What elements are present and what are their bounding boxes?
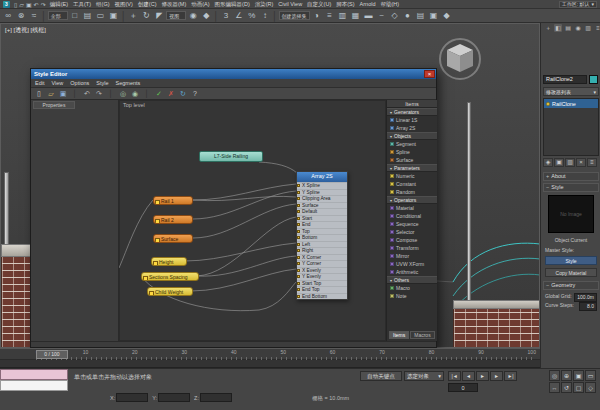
menu-item[interactable]: 编辑(E)	[50, 1, 68, 8]
orbit-icon[interactable]: ↺	[561, 382, 572, 393]
save-file-icon[interactable]: ▣	[26, 1, 32, 8]
properties-tab[interactable]: Properties	[33, 101, 75, 109]
scene-explorer-icon[interactable]: ▥	[337, 10, 349, 22]
object-color-swatch[interactable]	[589, 75, 598, 84]
lightbulb-icon[interactable]	[546, 102, 550, 106]
undo-icon[interactable]: ↶	[34, 1, 39, 8]
item-list-row[interactable]: Linear 1S	[387, 116, 437, 124]
input-socket-icon[interactable]	[297, 249, 300, 252]
input-socket-icon[interactable]	[297, 243, 300, 246]
save-style-icon[interactable]: ▣	[58, 89, 68, 99]
next-frame-icon[interactable]: ►	[490, 371, 503, 381]
make-unique-icon[interactable]: ▥	[565, 158, 575, 167]
parameter-node[interactable]: Child Weight	[147, 287, 193, 296]
parameter-value-field[interactable]: 8.0	[579, 302, 597, 311]
pin-stack-icon[interactable]: ◈	[543, 158, 553, 167]
item-list-row[interactable]: Macro	[387, 284, 437, 292]
menu-item[interactable]: Style	[96, 80, 108, 86]
show-end-result-icon[interactable]: ▣	[554, 158, 564, 167]
input-socket-icon[interactable]	[297, 204, 300, 207]
input-socket-icon[interactable]	[297, 217, 300, 220]
mirror-icon[interactable]: ◑	[311, 10, 323, 22]
create-tab-icon[interactable]: ＋	[544, 24, 552, 32]
item-list-row[interactable]: Numeric	[387, 172, 437, 180]
display-tab-icon[interactable]: ▥	[584, 24, 592, 32]
item-list-row[interactable]: Transform	[387, 244, 437, 252]
menu-item[interactable]: 视图(V)	[115, 1, 133, 8]
item-list-row[interactable]: Arithmetic	[387, 268, 437, 276]
item-list-row[interactable]: Spline	[387, 148, 437, 156]
select-scale-icon[interactable]: ◤	[153, 10, 165, 22]
menu-item[interactable]: 组(G)	[96, 1, 109, 8]
modify-tab-icon[interactable]: ◧	[554, 24, 562, 32]
ribbon-toggle-icon[interactable]: ▬	[363, 10, 375, 22]
spline-node[interactable]: Surface	[153, 234, 193, 243]
window-crossing-icon[interactable]: ▣	[108, 10, 120, 22]
style-editor-window[interactable]: Style Editor × EditViewOptionsStyleSegme…	[30, 68, 437, 348]
input-socket-icon[interactable]	[297, 275, 300, 278]
menu-item[interactable]: 脚本(S)	[336, 1, 354, 8]
style-button[interactable]: Style	[545, 256, 597, 265]
spline-node[interactable]: Rail 1	[153, 196, 193, 205]
schematic-view-icon[interactable]: ◇	[389, 10, 401, 22]
menu-item[interactable]: 帮助(H)	[381, 1, 400, 8]
copy-material-button[interactable]: Copy Material	[545, 268, 597, 277]
item-list-row[interactable]: Selector	[387, 228, 437, 236]
axis-field[interactable]: Y:	[152, 393, 190, 402]
close-icon[interactable]: ×	[424, 70, 435, 78]
rollout-style[interactable]: −Style	[543, 183, 599, 192]
input-socket-icon[interactable]	[297, 262, 300, 265]
menu-item[interactable]: 工具(T)	[73, 1, 91, 8]
named-selection-dropdown[interactable]: 创建选择集	[279, 10, 310, 22]
rollout-geometry[interactable]: −Geometry	[543, 281, 599, 290]
snaps-3d-icon[interactable]: 3	[220, 10, 232, 22]
item-list-row[interactable]: Surface	[387, 156, 437, 164]
item-list-row[interactable]: Array 2S	[387, 124, 437, 132]
selection-filter-dropdown[interactable]: 全部	[48, 10, 68, 22]
item-list-row[interactable]: Generators	[387, 108, 437, 116]
modifier-stack-entry[interactable]: RailClone	[544, 99, 598, 108]
fov-icon[interactable]: ◇	[585, 382, 596, 393]
menu-item[interactable]: 修改器(M)	[161, 1, 186, 8]
item-list-row[interactable]: Sequence	[387, 220, 437, 228]
go-to-end-icon[interactable]: ►|	[504, 371, 517, 381]
maxscript-mini-listener-macro-line[interactable]	[0, 369, 68, 380]
track-bar[interactable]	[0, 360, 540, 368]
redo-icon[interactable]: ↷	[94, 89, 104, 99]
menu-item[interactable]: Edit	[35, 80, 44, 86]
go-to-start-icon[interactable]: |◄	[448, 371, 461, 381]
item-list-row[interactable]: Compose	[387, 236, 437, 244]
item-list-row[interactable]: Note	[387, 292, 437, 300]
axis-field[interactable]: X:	[110, 393, 148, 402]
item-list-row[interactable]: Segment	[387, 140, 437, 148]
menu-item[interactable]: Arnold	[360, 1, 376, 8]
zoom-extents-icon[interactable]: ◎	[118, 89, 128, 99]
motion-tab-icon[interactable]: ◉	[574, 24, 582, 32]
material-editor-icon[interactable]: ●	[402, 10, 414, 22]
modifier-list-dropdown[interactable]: 修改器列表 ▾	[543, 87, 599, 96]
redo-icon[interactable]: ↷	[41, 1, 46, 8]
zoom-icon[interactable]: ◎	[549, 370, 560, 381]
input-socket-icon[interactable]	[297, 282, 300, 285]
item-list-row[interactable]: Random	[387, 188, 437, 196]
menu-item[interactable]: 渲染(R)	[255, 1, 274, 8]
modifier-stack[interactable]: RailClone	[543, 98, 599, 156]
maximize-viewport-icon[interactable]: ▢	[573, 382, 584, 393]
layer-manager-icon[interactable]: ▦	[350, 10, 362, 22]
unlink-icon[interactable]: ⊗	[15, 10, 27, 22]
workspace-selector[interactable]: 工作区: 默认 ▾	[559, 1, 597, 8]
remove-modifier-icon[interactable]: ×	[576, 158, 586, 167]
open-style-icon[interactable]: ▱	[46, 89, 56, 99]
parameter-node[interactable]: Sections Spacing	[141, 272, 199, 281]
app-logo-icon[interactable]: 3	[3, 1, 10, 8]
bind-spacewarp-icon[interactable]: ≈	[28, 10, 40, 22]
play-icon[interactable]: ►	[476, 371, 489, 381]
input-socket-icon[interactable]	[297, 184, 300, 187]
axis-field[interactable]: Z:	[194, 393, 232, 402]
help-icon[interactable]: ?	[190, 89, 200, 99]
open-file-icon[interactable]: ▱	[19, 1, 24, 8]
parameter-value-field[interactable]: 100.0m	[574, 293, 597, 302]
object-name-field[interactable]: RailClone2	[543, 75, 587, 84]
menu-item[interactable]: 创建(C)	[138, 1, 157, 8]
region-shape-icon[interactable]: ▭	[95, 10, 107, 22]
